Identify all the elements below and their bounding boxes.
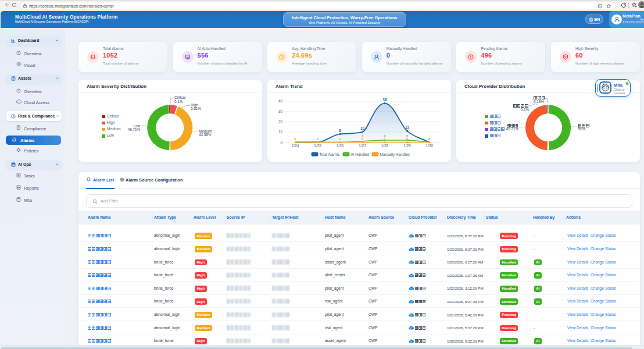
svg-text:10: 10	[278, 130, 283, 134]
svg-text:2: 2	[406, 134, 408, 138]
svg-text:AI: AI	[12, 163, 15, 166]
svg-text:8: 8	[339, 128, 341, 132]
svg-text:1/28: 1/28	[381, 143, 389, 147]
svg-text:10: 10	[360, 126, 365, 130]
svg-text:AI Handled: AI Handled	[351, 152, 370, 156]
svg-text:0: 0	[317, 137, 319, 140]
svg-text:Total Alarms: Total Alarms	[320, 152, 340, 156]
svg-text:Manually Handled: Manually Handled	[380, 152, 410, 156]
svg-text:0: 0	[339, 137, 341, 140]
svg-text:20: 20	[278, 119, 283, 123]
svg-text:40: 40	[278, 99, 283, 103]
svg-text:1/25: 1/25	[314, 143, 321, 147]
svg-text:38: 38	[382, 97, 387, 101]
svg-text:2: 2	[384, 134, 385, 138]
svg-text:1/26: 1/26	[337, 143, 344, 147]
svg-text:0: 0	[295, 137, 296, 140]
svg-text:0: 0	[428, 137, 430, 140]
svg-text:1/24: 1/24	[292, 143, 299, 147]
svg-text:1/29: 1/29	[403, 143, 411, 147]
svg-text:30: 30	[278, 109, 283, 113]
svg-text:0: 0	[280, 140, 282, 144]
svg-text:1/30: 1/30	[426, 143, 434, 147]
svg-text:11: 11	[405, 125, 409, 129]
svg-text:1/27: 1/27	[359, 143, 366, 147]
